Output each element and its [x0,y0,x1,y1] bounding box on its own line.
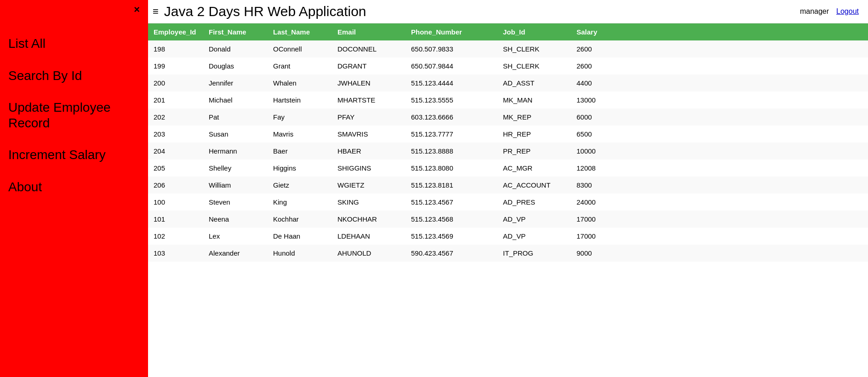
employee-table: Employee_IdFirst_NameLast_NameEmailPhone… [148,23,868,262]
table-cell: 515.123.5555 [405,91,497,109]
user-label: manager [800,7,829,16]
table-cell: 200 [148,74,203,91]
table-container: Employee_IdFirst_NameLast_NameEmailPhone… [148,23,868,377]
table-cell: AHUNOLD [332,245,405,262]
table-cell: LDEHAAN [332,228,405,245]
table-row: 200JenniferWhalenJWHALEN515.123.4444AD_A… [148,74,868,91]
table-cell: Hartstein [268,91,332,109]
sidebar-item-increment-salary[interactable]: Increment Salary [0,139,148,171]
table-cell: 590.423.4567 [405,245,497,262]
table-row: 204HermannBaerHBAER515.123.8888PR_REP100… [148,143,868,160]
table-cell: Grant [268,57,332,74]
table-cell: 515.123.4567 [405,194,497,211]
table-cell: 603.123.6666 [405,109,497,126]
table-cell: Lex [203,228,268,245]
table-cell: AD_VP [497,211,571,228]
table-cell: Mavris [268,126,332,143]
col-header-first_name: First_Name [203,23,268,40]
table-cell: Neena [203,211,268,228]
table-cell: 515.123.4444 [405,74,497,91]
table-cell: Susan [203,126,268,143]
table-cell: 515.123.8181 [405,177,497,194]
col-header-job_id: Job_Id [497,23,571,40]
logout-link[interactable]: Logout [836,7,859,16]
table-cell: AC_ACCOUNT [497,177,571,194]
table-row: 199DouglasGrantDGRANT650.507.9844SH_CLER… [148,57,868,74]
col-header-phone_number: Phone_Number [405,23,497,40]
table-row: 103AlexanderHunoldAHUNOLD590.423.4567IT_… [148,245,868,262]
table-cell: 198 [148,40,203,57]
table-cell: MK_MAN [497,91,571,109]
table-cell: Baer [268,143,332,160]
table-cell: Hunold [268,245,332,262]
table-cell: 9000 [571,245,868,262]
header: ≡ Java 2 Days HR Web Application manager… [148,0,868,23]
table-cell: SKING [332,194,405,211]
table-cell: DOCONNEL [332,40,405,57]
table-cell: SH_CLERK [497,57,571,74]
table-cell: MHARTSTE [332,91,405,109]
table-row: 206WilliamGietzWGIETZ515.123.8181AC_ACCO… [148,177,868,194]
table-cell: 515.123.4568 [405,211,497,228]
sidebar-item-search-by-id[interactable]: Search By Id [0,60,148,92]
table-cell: DGRANT [332,57,405,74]
table-cell: 17000 [571,228,868,245]
table-cell: 206 [148,177,203,194]
table-cell: 202 [148,109,203,126]
table-cell: Alexander [203,245,268,262]
table-cell: IT_PROG [497,245,571,262]
table-cell: 515.123.8080 [405,160,497,177]
table-header: Employee_IdFirst_NameLast_NameEmailPhone… [148,23,868,40]
sidebar: × List AllSearch By IdUpdate Employee Re… [0,0,148,377]
table-cell: 2600 [571,40,868,57]
table-cell: 102 [148,228,203,245]
table-cell: 103 [148,245,203,262]
table-row: 202PatFayPFAY603.123.6666MK_REP6000 [148,109,868,126]
col-header-employee_id: Employee_Id [148,23,203,40]
table-cell: 2600 [571,57,868,74]
table-cell: 24000 [571,194,868,211]
table-cell: 17000 [571,211,868,228]
table-cell: AC_MGR [497,160,571,177]
table-body: 198DonaldOConnellDOCONNEL650.507.9833SH_… [148,40,868,262]
close-icon[interactable]: × [134,4,140,16]
table-cell: Shelley [203,160,268,177]
table-cell: SMAVRIS [332,126,405,143]
table-cell: 515.123.4569 [405,228,497,245]
table-cell: 101 [148,211,203,228]
col-header-last_name: Last_Name [268,23,332,40]
table-cell: Higgins [268,160,332,177]
table-cell: AD_ASST [497,74,571,91]
table-cell: 199 [148,57,203,74]
table-cell: Gietz [268,177,332,194]
table-cell: William [203,177,268,194]
header-right: manager Logout [800,7,859,16]
header-left: ≡ Java 2 Days HR Web Application [153,4,366,19]
sidebar-item-list-all[interactable]: List All [0,28,148,60]
table-cell: 515.123.7777 [405,126,497,143]
table-cell: 515.123.8888 [405,143,497,160]
table-cell: 13000 [571,91,868,109]
table-cell: 10000 [571,143,868,160]
table-row: 198DonaldOConnellDOCONNEL650.507.9833SH_… [148,40,868,57]
table-cell: HBAER [332,143,405,160]
table-cell: Michael [203,91,268,109]
table-cell: Kochhar [268,211,332,228]
table-cell: 100 [148,194,203,211]
table-row: 203SusanMavrisSMAVRIS515.123.7777HR_REP6… [148,126,868,143]
sidebar-item-update-employee-record[interactable]: Update Employee Record [0,91,148,139]
col-header-salary: Salary [571,23,868,40]
table-cell: 6500 [571,126,868,143]
table-cell: King [268,194,332,211]
sidebar-item-about[interactable]: About [0,171,148,203]
table-cell: MK_REP [497,109,571,126]
table-cell: Steven [203,194,268,211]
app-title: Java 2 Days HR Web Application [164,4,366,19]
table-cell: Hermann [203,143,268,160]
table-row: 100StevenKingSKING515.123.4567AD_PRES240… [148,194,868,211]
table-cell: AD_PRES [497,194,571,211]
table-cell: Fay [268,109,332,126]
hamburger-icon[interactable]: ≡ [153,6,159,17]
table-cell: Donald [203,40,268,57]
table-cell: 203 [148,126,203,143]
